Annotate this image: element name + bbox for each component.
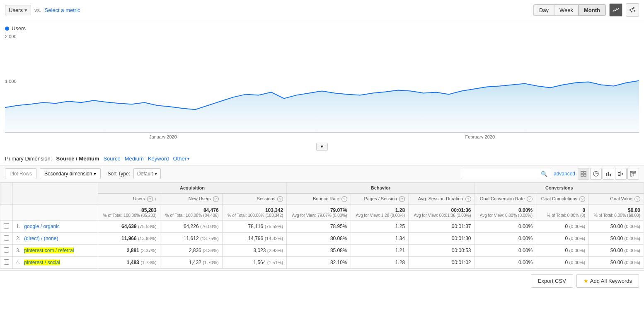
line-chart-button[interactable] bbox=[609, 3, 622, 17]
source-link-1[interactable]: (direct) / (none) bbox=[24, 236, 58, 241]
bounce-rate-help-icon[interactable]: ? bbox=[341, 196, 347, 202]
table-row: 3. pinterest.com / referral 2,881 (3.37%… bbox=[0, 245, 644, 257]
scroll-button[interactable]: ▾ bbox=[316, 143, 328, 151]
row-pages-session-2: 1.21 bbox=[351, 245, 408, 257]
dim-source-medium[interactable]: Source / Medium bbox=[56, 155, 99, 162]
row-new-users-1: 11,612 (13.75%) bbox=[160, 233, 222, 245]
row-checkbox-input-1[interactable] bbox=[4, 235, 9, 241]
row-checkbox-0[interactable] bbox=[0, 221, 13, 233]
bounce-rate-col-header[interactable]: Bounce Rate ? bbox=[287, 193, 351, 205]
svg-rect-20 bbox=[631, 171, 632, 176]
select-metric-link[interactable]: Select a metric bbox=[45, 7, 80, 13]
dim-medium[interactable]: Medium bbox=[125, 155, 144, 162]
total-sessions: 103,342 % of Total: 100.00% (103,342) bbox=[222, 205, 287, 221]
pages-session-help-icon[interactable]: ? bbox=[399, 196, 405, 202]
view-type-buttons bbox=[578, 168, 639, 180]
users-help-icon[interactable]: ? bbox=[147, 196, 153, 202]
plot-rows-button[interactable]: Plot Rows bbox=[5, 168, 36, 179]
users-col-header[interactable]: Users ? ↓ bbox=[98, 193, 160, 205]
grid-view-button[interactable] bbox=[578, 168, 589, 180]
day-button[interactable]: Day bbox=[534, 5, 554, 16]
source-link-0[interactable]: google / organic bbox=[24, 224, 59, 229]
row-goal-conv-rate-0: 0.00% bbox=[475, 221, 536, 233]
row-checkbox-input-3[interactable] bbox=[4, 259, 9, 265]
sessions-col-header[interactable]: Sessions ? bbox=[222, 193, 287, 205]
row-source-3: 4. pinterest / social bbox=[13, 257, 98, 269]
pie-icon bbox=[593, 171, 599, 177]
metric-select-label: Users bbox=[9, 7, 23, 13]
row-goal-value-1: $0.00 (0.00%) bbox=[589, 233, 644, 245]
comparison-view-button[interactable] bbox=[615, 168, 627, 180]
row-checkbox-3[interactable] bbox=[0, 257, 13, 269]
row-avg-duration-0: 00:01:37 bbox=[409, 221, 475, 233]
row-goal-conv-rate-1: 0.00% bbox=[475, 233, 536, 245]
source-link-3[interactable]: pinterest / social bbox=[24, 260, 60, 265]
chart-area: Users 2,000 1,000 January 2020 February … bbox=[0, 20, 644, 151]
add-all-keywords-button[interactable]: ★ Add All Keywords bbox=[576, 274, 639, 288]
svg-rect-13 bbox=[608, 172, 609, 176]
week-button[interactable]: Week bbox=[554, 5, 579, 16]
top-bar: Users ▾ vs. Select a metric Day Week Mon… bbox=[0, 0, 644, 20]
export-csv-button[interactable]: Export CSV bbox=[531, 274, 573, 288]
goal-completions-help-icon[interactable]: ? bbox=[579, 196, 585, 202]
secondary-dimension-button[interactable]: Secondary dimension ▾ bbox=[40, 168, 101, 179]
top-bar-right: Day Week Month bbox=[533, 3, 639, 17]
dim-source[interactable]: Source bbox=[103, 155, 120, 162]
bottom-bar: Export CSV ★ Add All Keywords bbox=[0, 270, 644, 291]
svg-rect-18 bbox=[618, 175, 620, 176]
legend-dot bbox=[5, 27, 9, 31]
select-all-checkbox-header bbox=[0, 183, 13, 205]
row-num-3: 4. bbox=[16, 260, 20, 265]
star-icon: ★ bbox=[583, 278, 588, 284]
total-goal-value: $0.00 % of Total: 0.00% ($0.00) bbox=[589, 205, 644, 221]
sort-type-select[interactable]: Default ▾ bbox=[133, 168, 161, 179]
y-label-1000: 1,000 bbox=[5, 79, 17, 84]
source-link-2[interactable]: pinterest.com / referral bbox=[24, 248, 74, 253]
row-checkbox-input-0[interactable] bbox=[4, 223, 9, 228]
new-users-col-header[interactable]: New Users ? bbox=[160, 193, 222, 205]
controls-right: 🔍 advanced bbox=[461, 168, 639, 180]
new-users-help-icon[interactable]: ? bbox=[213, 196, 219, 202]
row-users-2: 2,881 (3.37%) bbox=[98, 245, 160, 257]
pie-view-button[interactable] bbox=[590, 168, 602, 180]
svg-rect-7 bbox=[581, 174, 583, 176]
row-goal-completions-1: 0 (0.00%) bbox=[536, 233, 589, 245]
acquisition-header: Acquisition bbox=[98, 183, 287, 194]
goal-conv-rate-col-header[interactable]: Goal Conversion Rate ? bbox=[475, 193, 536, 205]
svg-point-2 bbox=[634, 10, 635, 12]
pages-session-col-header[interactable]: Pages / Session ? bbox=[351, 193, 408, 205]
total-label bbox=[13, 205, 98, 221]
dim-keyword[interactable]: Keyword bbox=[148, 155, 169, 162]
row-sessions-2: 3,023 (2.93%) bbox=[222, 245, 287, 257]
goal-value-help-icon[interactable]: ? bbox=[634, 196, 640, 202]
dim-other-dropdown[interactable]: Other ▾ bbox=[173, 155, 189, 162]
svg-rect-17 bbox=[622, 173, 623, 175]
metric-select[interactable]: Users ▾ bbox=[5, 5, 31, 15]
row-source-2: 3. pinterest.com / referral bbox=[13, 245, 98, 257]
row-source-0: 1. google / organic bbox=[13, 221, 98, 233]
month-button[interactable]: Month bbox=[579, 5, 605, 16]
sessions-help-icon[interactable]: ? bbox=[277, 196, 283, 202]
row-goal-completions-3: 0 (0.00%) bbox=[536, 257, 589, 269]
pivot-view-button[interactable] bbox=[627, 168, 639, 180]
row-bounce-rate-2: 85.08% bbox=[287, 245, 351, 257]
goal-value-col-header[interactable]: Goal Value ? bbox=[589, 193, 644, 205]
row-avg-duration-3: 00:01:02 bbox=[409, 257, 475, 269]
row-goal-completions-2: 0 (0.00%) bbox=[536, 245, 589, 257]
row-checkbox-1[interactable] bbox=[0, 233, 13, 245]
avg-duration-col-header[interactable]: Avg. Session Duration ? bbox=[409, 193, 475, 205]
grid-icon bbox=[581, 171, 586, 177]
search-icon: 🔍 bbox=[541, 171, 547, 177]
row-checkbox-2[interactable] bbox=[0, 245, 13, 257]
bar-view-button[interactable] bbox=[603, 168, 614, 180]
users-sort-arrow[interactable]: ↓ bbox=[154, 196, 157, 201]
goal-conv-rate-help-icon[interactable]: ? bbox=[527, 196, 533, 202]
row-checkbox-input-2[interactable] bbox=[4, 247, 9, 253]
advanced-link[interactable]: advanced bbox=[554, 171, 575, 177]
add-keywords-label: Add All Keywords bbox=[590, 278, 632, 284]
search-input[interactable] bbox=[465, 171, 539, 177]
scatter-chart-button[interactable] bbox=[626, 3, 639, 17]
row-pages-session-1: 1.34 bbox=[351, 233, 408, 245]
goal-completions-col-header[interactable]: Goal Completions ? bbox=[536, 193, 589, 205]
avg-duration-help-icon[interactable]: ? bbox=[465, 196, 471, 202]
